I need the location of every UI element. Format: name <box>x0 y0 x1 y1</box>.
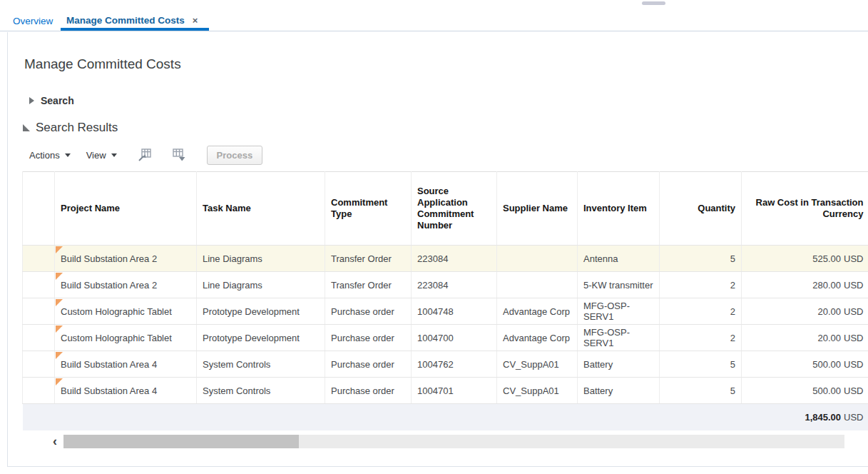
row-selector-cell[interactable] <box>23 246 55 272</box>
project-name-cell[interactable]: Custom Holographic Tablet <box>55 325 197 351</box>
table-row[interactable]: Custom Holographic Tablet Prototype Deve… <box>23 325 868 351</box>
column-header-quantity[interactable]: Quantity <box>660 172 742 246</box>
tab-bar: Overview Manage Committed Costs × <box>0 0 868 31</box>
project-name-cell[interactable]: Build Substation Area 2 <box>55 272 197 298</box>
source-number-cell[interactable]: 1004701 <box>412 378 497 404</box>
search-results-section-toggle[interactable]: Search Results <box>23 121 868 135</box>
column-header-task-name[interactable]: Task Name <box>197 172 325 246</box>
row-selector-cell[interactable] <box>23 272 55 298</box>
commitment-type-cell[interactable]: Purchase order <box>325 351 412 378</box>
commitment-type-cell[interactable]: Transfer Order <box>325 246 412 272</box>
inventory-item-cell[interactable]: Battery <box>578 351 660 378</box>
column-header-inventory-item[interactable]: Inventory Item <box>578 172 660 246</box>
summary-currency: USD <box>844 412 863 423</box>
table-row[interactable]: Build Substation Area 2 Line Diagrams Tr… <box>23 272 868 298</box>
supplier-name-cell[interactable] <box>497 246 578 272</box>
table-row[interactable]: Custom Holographic Tablet Prototype Deve… <box>23 298 868 325</box>
table-row[interactable]: Build Substation Area 4 System Controls … <box>23 351 868 378</box>
project-name-cell[interactable]: Build Substation Area 4 <box>55 378 197 404</box>
raw-cost-cell[interactable]: 20.00USD <box>742 325 868 351</box>
source-number-cell[interactable]: 1004762 <box>412 351 497 378</box>
quantity-cell[interactable]: 5 <box>660 351 742 378</box>
actions-menu-label: Actions <box>29 150 60 161</box>
quantity-cell[interactable]: 2 <box>660 298 742 325</box>
scrollbar-left-arrow-icon[interactable]: ‹ <box>47 433 63 449</box>
tab-label: Manage Committed Costs <box>66 15 185 26</box>
column-header-selector <box>23 172 55 246</box>
supplier-name-cell[interactable]: Advantage Corp <box>497 298 578 325</box>
commitment-type-cell[interactable]: Purchase order <box>325 298 412 325</box>
source-number-cell[interactable]: 223084 <box>412 272 497 298</box>
committed-costs-table: Project Name Task Name Commitment Type S… <box>22 171 868 430</box>
inventory-item-cell[interactable]: Antenna <box>578 246 660 272</box>
task-name-cell[interactable]: Line Diagrams <box>197 272 325 298</box>
export-to-excel-icon[interactable] <box>137 147 153 163</box>
row-selector-cell[interactable] <box>23 298 55 325</box>
raw-cost-cell[interactable]: 20.00USD <box>742 298 868 325</box>
actions-menu-button[interactable]: Actions <box>29 150 71 161</box>
window-grab-handle[interactable] <box>642 1 665 5</box>
task-name-cell[interactable]: System Controls <box>197 378 325 404</box>
raw-cost-cell[interactable]: 525.00USD <box>742 246 868 272</box>
query-by-example-icon[interactable] <box>171 147 187 163</box>
search-results-section-label: Search Results <box>36 121 118 135</box>
task-name-cell[interactable]: System Controls <box>197 351 325 378</box>
supplier-name-cell[interactable]: CV_SuppA01 <box>497 351 578 378</box>
project-name-cell[interactable]: Build Substation Area 4 <box>55 351 197 378</box>
search-section-toggle[interactable]: Search <box>29 95 868 106</box>
row-selector-cell[interactable] <box>23 351 55 378</box>
project-name-cell[interactable]: Build Substation Area 2 <box>55 246 197 272</box>
row-selector-cell[interactable] <box>23 325 55 351</box>
raw-cost-cell[interactable]: 280.00USD <box>742 272 868 298</box>
header-row: Project Name Task Name Commitment Type S… <box>23 172 868 246</box>
row-changed-icon <box>56 326 63 333</box>
commitment-type-cell[interactable]: Purchase order <box>325 378 412 404</box>
raw-cost-cell[interactable]: 500.00USD <box>742 378 868 404</box>
quantity-cell[interactable]: 5 <box>660 378 742 404</box>
task-name-cell[interactable]: Line Diagrams <box>197 246 325 272</box>
raw-cost-cell[interactable]: 500.00USD <box>742 351 868 378</box>
tab-overview[interactable]: Overview <box>13 16 53 26</box>
commitment-type-cell[interactable]: Transfer Order <box>325 272 412 298</box>
expanded-disclosure-icon[interactable] <box>23 124 30 131</box>
source-number-cell[interactable]: 1004700 <box>412 325 497 351</box>
row-selector-cell[interactable] <box>23 378 55 404</box>
search-section-label: Search <box>41 95 74 106</box>
process-button[interactable]: Process <box>207 146 263 165</box>
source-number-cell[interactable]: 1004748 <box>412 298 497 325</box>
project-name-cell[interactable]: Custom Holographic Tablet <box>55 298 197 325</box>
scrollbar-track[interactable] <box>63 435 844 448</box>
view-menu-button[interactable]: View <box>86 150 117 161</box>
table-row[interactable]: Build Substation Area 4 System Controls … <box>23 378 868 404</box>
active-tab-underline <box>61 28 209 31</box>
scrollbar-thumb[interactable] <box>63 435 299 448</box>
task-name-cell[interactable]: Prototype Development <box>197 298 325 325</box>
inventory-item-cell[interactable]: MFG-OSP-SERV1 <box>578 325 660 351</box>
column-header-commitment-type[interactable]: Commitment Type <box>325 172 412 246</box>
quantity-cell[interactable]: 2 <box>660 272 742 298</box>
tab-close-icon[interactable]: × <box>193 15 198 26</box>
table-row[interactable]: Build Substation Area 2 Line Diagrams Tr… <box>23 246 868 272</box>
summary-total-cell: 1,845.00USD <box>742 404 868 430</box>
tab-manage-committed-costs[interactable]: Manage Committed Costs × <box>66 15 198 26</box>
manage-committed-costs-panel: Manage Committed Costs Search Search Res… <box>7 32 868 467</box>
collapsed-disclosure-icon[interactable] <box>29 97 34 104</box>
inventory-item-cell[interactable]: MFG-OSP-SERV1 <box>578 298 660 325</box>
supplier-name-cell[interactable]: Advantage Corp <box>497 325 578 351</box>
task-name-cell[interactable]: Prototype Development <box>197 325 325 351</box>
column-header-project-name[interactable]: Project Name <box>55 172 197 246</box>
column-header-raw-cost[interactable]: Raw Cost in Transaction Currency <box>742 172 868 246</box>
row-changed-icon <box>56 273 63 280</box>
inventory-item-cell[interactable]: 5-KW transmitter <box>578 272 660 298</box>
row-changed-icon <box>56 299 63 306</box>
quantity-cell[interactable]: 2 <box>660 325 742 351</box>
commitment-type-cell[interactable]: Purchase order <box>325 325 412 351</box>
column-header-source-application-commitment-number[interactable]: Source Application Commitment Number <box>412 172 497 246</box>
supplier-name-cell[interactable]: CV_SuppA01 <box>497 378 578 404</box>
dropdown-caret-icon <box>111 153 117 157</box>
source-number-cell[interactable]: 223084 <box>412 246 497 272</box>
column-header-supplier-name[interactable]: Supplier Name <box>497 172 578 246</box>
quantity-cell[interactable]: 5 <box>660 246 742 272</box>
inventory-item-cell[interactable]: Battery <box>578 378 660 404</box>
supplier-name-cell[interactable] <box>497 272 578 298</box>
